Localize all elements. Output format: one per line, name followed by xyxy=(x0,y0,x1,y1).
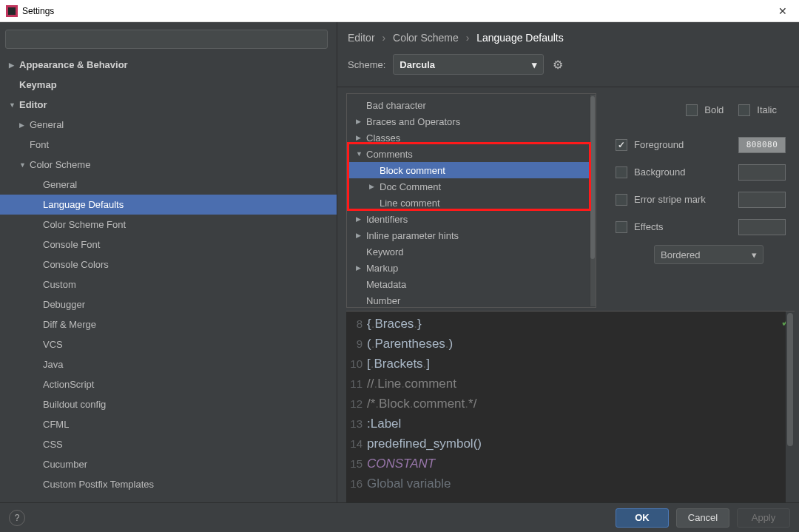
error-stripe-color[interactable] xyxy=(738,192,786,208)
code-line: //.Line.comment xyxy=(367,374,795,394)
sidebar-item[interactable]: Cucumber xyxy=(0,454,337,474)
close-icon[interactable]: ✕ xyxy=(772,2,793,20)
preview-editor[interactable]: 8910111213141516 ✔ {.Braces.}(.Parenthes… xyxy=(346,311,795,502)
foreground-color[interactable]: 808080 xyxy=(738,137,786,153)
attributes-tree[interactable]: Bad character▶Braces and Operators▶Class… xyxy=(346,93,596,308)
sidebar-item[interactable]: Language Defaults xyxy=(0,195,337,215)
sidebar-item-label: VCS xyxy=(43,339,63,350)
bold-label: Bold xyxy=(704,104,724,115)
attribute-label: Comments xyxy=(366,149,413,160)
effects-checkbox[interactable] xyxy=(616,221,627,233)
sidebar-item[interactable]: Buildout config xyxy=(0,394,337,414)
sidebar-item-label: Font xyxy=(30,139,49,150)
attribute-item[interactable]: Line comment xyxy=(347,195,596,211)
sidebar-item-label: Buildout config xyxy=(43,399,106,410)
tree-arrow-icon: ▶ xyxy=(356,264,366,272)
sidebar-item[interactable]: Font xyxy=(0,135,337,155)
gear-icon[interactable]: ⚙ xyxy=(553,58,563,72)
sidebar: ⌕ ▶Appearance & BehaviorKeymap▼Editor▶Ge… xyxy=(0,22,337,502)
code-line: CONSTANT xyxy=(367,454,795,474)
crumb-language-defaults: Language Defaults xyxy=(476,32,564,44)
sidebar-item[interactable]: Java xyxy=(0,354,337,374)
sidebar-item[interactable]: Keymap xyxy=(0,75,337,95)
sidebar-item-label: Java xyxy=(43,359,63,370)
sidebar-item[interactable]: ▶General xyxy=(0,115,337,135)
effects-type-select[interactable]: Bordered ▾ xyxy=(654,245,763,264)
scheme-select[interactable]: Darcula ▾ xyxy=(393,54,544,75)
tree-arrow-icon: ▶ xyxy=(369,183,380,190)
sidebar-item[interactable]: Debugger xyxy=(0,294,337,314)
sidebar-item[interactable]: Diff & Merge xyxy=(0,314,337,334)
crumb-color-scheme[interactable]: Color Scheme xyxy=(393,32,459,44)
background-label: Background xyxy=(634,166,685,178)
sidebar-item[interactable]: General xyxy=(0,175,337,195)
code-line: Global variable xyxy=(367,474,795,494)
code-line: :Label xyxy=(367,414,795,434)
sidebar-item-label: General xyxy=(30,119,64,130)
attribute-item[interactable]: ▶Braces and Operators xyxy=(347,113,596,129)
sidebar-item[interactable]: ActionScript xyxy=(0,374,337,394)
sidebar-item-label: Custom Postfix Templates xyxy=(43,479,154,490)
sidebar-item[interactable]: ▶Appearance & Behavior xyxy=(0,55,337,75)
attribute-item[interactable]: Keyword xyxy=(347,243,596,260)
sidebar-item[interactable]: CSS xyxy=(0,434,337,454)
attribute-item[interactable]: ▶Doc Comment xyxy=(347,178,596,195)
sidebar-item[interactable]: ▼Editor xyxy=(0,95,337,115)
error-stripe-label: Error stripe mark xyxy=(634,194,706,205)
attribute-label: Classes xyxy=(366,132,400,144)
code-line: /*.Block.comment.*/ xyxy=(367,394,795,414)
background-checkbox[interactable] xyxy=(616,166,627,178)
sidebar-item-label: Color Scheme xyxy=(30,159,90,170)
tree-arrow-icon: ▶ xyxy=(356,215,366,223)
attribute-item[interactable]: Block comment xyxy=(347,162,596,178)
code-line: [.Brackets.] xyxy=(367,354,795,374)
window-title: Settings xyxy=(22,6,772,16)
sidebar-item-label: Color Scheme Font xyxy=(43,219,126,230)
sidebar-item[interactable]: ▼Color Scheme xyxy=(0,155,337,175)
attribute-item[interactable]: Metadata xyxy=(347,276,596,292)
sidebar-item-label: Console Colors xyxy=(43,259,109,270)
attribute-item[interactable]: ▶Markup xyxy=(347,260,596,276)
attribute-item[interactable]: Number xyxy=(347,292,596,307)
tree-arrow-icon: ▶ xyxy=(9,61,19,69)
line-number: 13 xyxy=(346,414,363,434)
search-input[interactable] xyxy=(5,30,328,49)
chevron-down-icon: ▾ xyxy=(752,249,757,260)
effects-color[interactable] xyxy=(738,219,786,235)
scheme-value: Darcula xyxy=(400,59,435,70)
settings-tree[interactable]: ▶Appearance & BehaviorKeymap▼Editor▶Gene… xyxy=(0,53,337,502)
attribute-item[interactable]: Bad character xyxy=(347,97,596,113)
line-number: 11 xyxy=(346,374,363,394)
italic-checkbox[interactable] xyxy=(738,104,750,116)
apply-button[interactable]: Apply xyxy=(737,508,790,528)
code-line: {.Braces.} xyxy=(367,314,795,334)
bold-checkbox[interactable] xyxy=(686,104,698,116)
sidebar-item[interactable]: Console Font xyxy=(0,235,337,255)
sidebar-item[interactable]: Custom xyxy=(0,275,337,294)
line-number: 14 xyxy=(346,434,363,454)
attribute-item[interactable]: ▶Classes xyxy=(347,129,596,146)
sidebar-item[interactable]: Console Colors xyxy=(0,255,337,275)
background-color[interactable] xyxy=(738,164,786,181)
sidebar-item[interactable]: Color Scheme Font xyxy=(0,215,337,235)
error-stripe-checkbox[interactable] xyxy=(616,194,627,206)
help-icon[interactable]: ? xyxy=(9,510,25,526)
attribute-item[interactable]: ▼Comments xyxy=(347,146,596,162)
sidebar-item[interactable]: CFML xyxy=(0,414,337,434)
cancel-button[interactable]: Cancel xyxy=(676,508,729,528)
foreground-checkbox[interactable] xyxy=(616,139,627,151)
sidebar-item[interactable]: Custom Postfix Templates xyxy=(0,474,337,494)
attribute-item[interactable]: ▶Inline parameter hints xyxy=(347,227,596,243)
attribute-item[interactable]: ▶Identifiers xyxy=(347,211,596,227)
sidebar-item-label: CFML xyxy=(43,419,69,430)
attribute-label: Doc Comment xyxy=(380,181,441,192)
effects-label: Effects xyxy=(634,221,664,232)
scrollbar[interactable] xyxy=(590,95,596,306)
crumb-editor[interactable]: Editor xyxy=(348,32,375,44)
ok-button[interactable]: OK xyxy=(616,508,669,528)
sidebar-item-label: CSS xyxy=(43,439,63,450)
scrollbar[interactable] xyxy=(786,312,795,502)
chevron-right-icon: › xyxy=(377,32,390,44)
sidebar-item[interactable]: VCS xyxy=(0,334,337,354)
code-line: (.Parentheses.) xyxy=(367,334,795,354)
